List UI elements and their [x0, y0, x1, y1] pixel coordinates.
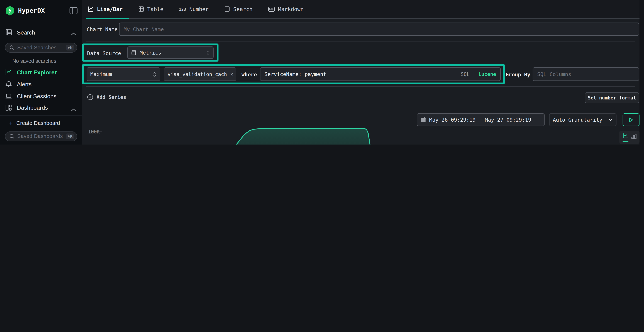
saved-searches-input[interactable]: Saved Searches ⌘K — [5, 43, 77, 52]
calendar-icon — [420, 117, 426, 122]
chart-line-icon — [88, 6, 94, 12]
aggregation-value: Maximum — [90, 71, 150, 77]
brand-logo-row[interactable]: HyperDX — [5, 6, 45, 16]
search-icon — [10, 45, 14, 50]
nav-label: Dashboards — [17, 104, 48, 111]
lucene-mode-toggle[interactable]: Lucene — [478, 71, 496, 77]
no-saved-searches-text: No saved searches — [12, 58, 56, 64]
sidebar: HyperDX Search Saved Searches ⌘K No save… — [0, 0, 82, 144]
group-by-label: Group By — [506, 71, 530, 78]
metric-field-name: visa_validation_cach — [168, 71, 227, 77]
brand-name: HyperDX — [18, 7, 45, 14]
granularity-select[interactable]: Auto Granularity — [549, 114, 617, 126]
active-tab-indicator — [86, 18, 129, 19]
series-area — [102, 128, 629, 145]
grid-icon — [5, 104, 12, 111]
data-source-select[interactable]: Metrics — [127, 46, 214, 59]
divider — [0, 116, 82, 116]
close-icon[interactable]: × — [230, 71, 234, 77]
divider — [86, 41, 636, 42]
aggregation-select[interactable]: Maximum — [86, 68, 160, 81]
chevron-up-icon[interactable] — [71, 106, 76, 113]
search-icon — [10, 134, 14, 139]
number-123-icon: 123 — [179, 7, 186, 11]
tab-markdown[interactable]: Markdown — [268, 6, 304, 12]
tab-number[interactable]: 123 Number — [179, 6, 208, 12]
data-source-value: Metrics — [140, 50, 203, 56]
date-range-value: May 26 09:29:19 - May 27 09:29:19 — [429, 117, 541, 123]
markdown-icon — [268, 6, 275, 12]
where-input[interactable]: ServiceName: payment SQL | Lucene — [260, 68, 500, 81]
sidebar-item-client-sessions[interactable]: Client Sessions — [5, 93, 56, 100]
chart-name-placeholder: My Chart Name — [124, 26, 164, 32]
updown-icon — [206, 50, 210, 56]
bolt-hexagon-logo-icon — [5, 6, 14, 16]
add-series-button[interactable]: Add Series — [87, 94, 126, 100]
set-number-format-button[interactable]: Set number format — [585, 92, 639, 103]
tab-line-bar[interactable]: Line/Bar — [88, 6, 122, 12]
tab-table[interactable]: Table — [138, 6, 163, 12]
saved-dashboards-placeholder: Saved Dashboards — [17, 134, 63, 139]
app-window: HyperDX Search Saved Searches ⌘K No save… — [0, 0, 644, 144]
group-by-placeholder: SQL Columns — [537, 71, 571, 77]
tab-underline — [86, 18, 640, 19]
add-series-label: Add Series — [96, 94, 126, 100]
create-dashboard-button[interactable]: + Create Dashboard — [9, 120, 60, 126]
where-label: Where — [242, 71, 257, 78]
updown-icon — [153, 71, 156, 77]
data-source-label: Data Source — [87, 50, 121, 56]
sql-mode-toggle[interactable]: SQL — [461, 71, 470, 77]
chart-name-label: Chart Name — [86, 26, 118, 32]
run-query-button[interactable] — [623, 114, 640, 126]
svg-text:100K: 100K — [88, 129, 100, 134]
divider — [86, 86, 636, 86]
nav-label: Chart Explorer — [17, 69, 57, 76]
chart-editor-panel: Chart Name My Chart Name Data Source Met… — [82, 19, 640, 144]
tab-search[interactable]: Search — [224, 6, 252, 12]
where-value: ServiceName: payment — [264, 71, 326, 77]
command-k-badge: ⌘K — [66, 134, 74, 139]
chart-line-icon — [5, 69, 12, 76]
saved-dashboards-input[interactable]: Saved Dashboards ⌘K — [5, 132, 77, 141]
sidebar-collapse-icon[interactable] — [70, 7, 78, 16]
journal-icon — [5, 29, 12, 36]
saved-searches-placeholder: Saved Searches — [17, 45, 63, 50]
journal-icon — [224, 6, 230, 12]
mode-separator: | — [472, 71, 476, 77]
nav-label: Alerts — [17, 81, 32, 88]
sidebar-item-search[interactable]: Search — [5, 29, 35, 36]
chart-name-input[interactable]: My Chart Name — [119, 22, 639, 36]
metric-field-tag[interactable]: visa_validation_cach × — [164, 68, 236, 81]
plus-circle-icon — [87, 94, 93, 100]
chevron-down-icon — [608, 118, 613, 121]
divider — [0, 40, 82, 40]
database-icon — [131, 50, 136, 56]
sidebar-search-label: Search — [17, 29, 35, 36]
chevron-up-icon[interactable] — [71, 30, 76, 38]
command-k-badge: ⌘K — [66, 45, 74, 50]
main-content: Line/Bar Table 123 Number Search — [82, 0, 644, 144]
date-range-picker[interactable]: May 26 09:29:19 - May 27 09:29:19 — [417, 114, 544, 126]
laptop-icon — [5, 93, 12, 100]
nav-label: Client Sessions — [17, 93, 56, 100]
sidebar-item-alerts[interactable]: Alerts — [5, 81, 32, 88]
sidebar-item-dashboards[interactable]: Dashboards — [5, 104, 48, 111]
create-dashboard-label: Create Dashboard — [16, 120, 60, 126]
plus-icon: + — [9, 120, 13, 126]
granularity-value: Auto Granularity — [553, 117, 605, 123]
timeseries-chart[interactable]: 025K50K75K100KMay 26 9:00:00 AM12:30:00 … — [98, 128, 632, 144]
play-icon — [629, 117, 633, 122]
group-by-input[interactable]: SQL Columns — [533, 68, 639, 81]
table-icon — [138, 6, 144, 12]
sidebar-item-chart-explorer[interactable]: Chart Explorer — [5, 69, 57, 76]
bell-icon — [5, 81, 12, 88]
chart-type-tabbar: Line/Bar Table 123 Number Search — [82, 0, 640, 19]
